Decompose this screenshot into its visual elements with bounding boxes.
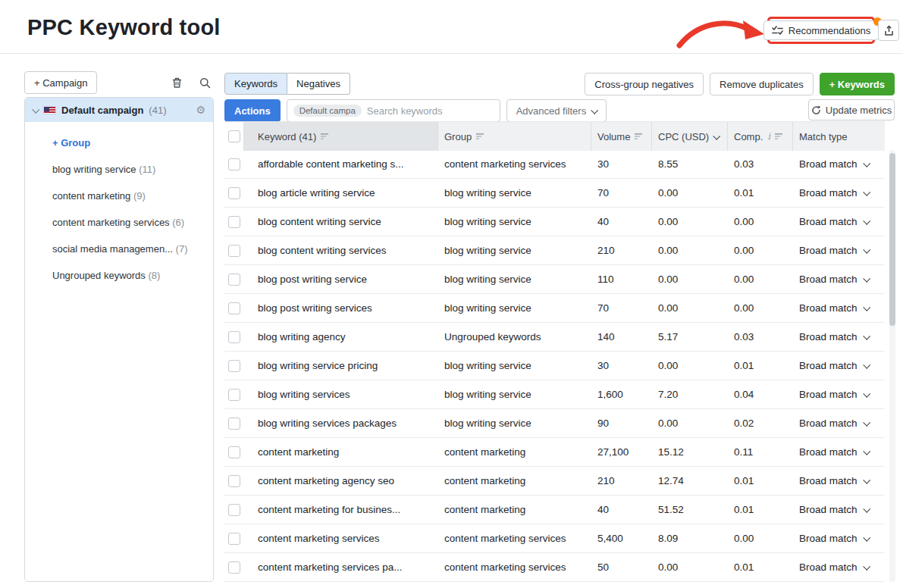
export-button[interactable] [878,20,899,41]
group-link[interactable]: blog writing service [444,302,531,314]
group-link[interactable]: content marketing services [444,561,566,573]
match-type-dropdown[interactable]: Broad match [793,561,885,573]
group-link[interactable]: blog writing service [444,389,531,400]
match-type-dropdown[interactable]: Broad match [793,216,885,227]
selected-campaign-row[interactable]: Default campaign (41) ⚙ [25,98,213,122]
cross-group-negatives-button[interactable]: Cross-group negatives [585,73,704,95]
keyword-cell: blog writing services [244,389,438,400]
recommendations-button[interactable]: Recommendations [763,20,879,40]
add-campaign-button[interactable]: + Campaign [24,71,97,94]
remove-duplicates-button[interactable]: Remove duplicates [710,73,814,95]
tab-keywords[interactable]: Keywords [224,73,287,95]
table-row: blog writing service pricing blog writin… [224,352,885,380]
group-cell: blog writing service [438,216,591,227]
chevron-down-icon [863,419,870,427]
sidebar-group-item[interactable]: social media managemen... (7) [52,242,205,256]
comp-cell: 0.03 [728,331,793,342]
sidebar-group-item[interactable]: Ungrouped keywords (8) [52,268,205,283]
match-type-dropdown[interactable]: Broad match [793,360,885,371]
search-input[interactable] [367,105,494,117]
group-cell: blog writing service [438,418,591,429]
delete-campaign-button[interactable] [171,77,183,89]
match-type-dropdown[interactable]: Broad match [793,302,885,314]
table-row: blog writing agency Ungrouped keywords 1… [224,323,885,352]
chevron-down-icon [863,275,870,283]
group-link[interactable]: blog writing service [444,187,531,199]
volume-cell: 27,100 [591,446,652,458]
match-type-dropdown[interactable]: Broad match [793,158,885,170]
match-type-dropdown[interactable]: Broad match [793,389,885,400]
recommendations-label: Recommendations [789,25,870,36]
advanced-filters-button[interactable]: Advanced filters [506,99,607,122]
group-list: + Group blog writing service (11) conten… [25,122,213,283]
add-group-button[interactable]: + Group [52,137,205,149]
row-checkbox[interactable] [228,389,240,401]
table-scrollbar-thumb[interactable] [889,153,895,326]
update-metrics-button[interactable]: Update metrics [808,99,895,120]
match-type-dropdown[interactable]: Broad match [793,446,885,458]
column-header-comp[interactable]: Comp. i [728,122,793,151]
table-row: content marketing for busines... content… [224,496,885,524]
row-checkbox[interactable] [228,360,240,372]
group-link[interactable]: content marketing [444,504,525,515]
campaign-name: Default campaign [61,105,143,116]
group-link[interactable]: blog writing service [444,216,531,227]
add-keywords-button[interactable]: + Keywords [820,73,895,95]
group-cell: blog writing service [438,187,591,199]
actions-button[interactable]: Actions [224,99,281,122]
sidebar-group-item[interactable]: blog writing service (11) [52,162,205,177]
comp-cell: 0.00 [728,245,793,256]
match-type-dropdown[interactable]: Broad match [793,418,885,429]
row-checkbox[interactable] [228,446,240,458]
column-header-group[interactable]: Group [438,122,591,151]
group-link[interactable]: blog writing service [444,360,531,371]
match-type-dropdown[interactable]: Broad match [793,331,885,342]
keyword-search-box[interactable]: Default campa [287,99,500,122]
match-type-dropdown[interactable]: Broad match [793,187,885,199]
keyword-cell: blog article writing service [244,187,438,199]
volume-cell: 210 [591,475,652,486]
row-checkbox[interactable] [228,561,240,574]
sidebar-group-item[interactable]: content marketing (9) [52,189,205,203]
row-checkbox[interactable] [228,158,240,170]
match-type-dropdown[interactable]: Broad match [793,245,885,256]
row-checkbox[interactable] [228,533,240,545]
row-checkbox[interactable] [228,187,240,199]
row-checkbox[interactable] [228,302,240,314]
tab-negatives[interactable]: Negatives [287,73,350,95]
chevron-down-icon [863,563,870,571]
group-link[interactable]: blog writing service [444,245,531,256]
cpc-cell: 0.00 [652,216,728,227]
group-link[interactable]: blog writing service [444,274,531,285]
row-checkbox[interactable] [228,331,240,343]
refresh-icon [811,105,821,115]
row-checkbox[interactable] [228,216,240,228]
group-link[interactable]: content marketing [444,475,525,486]
match-type-dropdown[interactable]: Broad match [793,504,885,515]
match-type-dropdown[interactable]: Broad match [793,274,885,285]
select-all-checkbox[interactable] [228,130,240,142]
column-header-keyword[interactable]: Keyword (41) [244,122,438,151]
group-link[interactable]: content marketing services [444,533,566,544]
table-actions-right: Cross-group negatives Remove duplicates … [634,73,895,95]
search-campaign-button[interactable] [199,77,211,89]
row-checkbox[interactable] [228,274,240,286]
comp-cell: 0.11 [728,446,793,458]
group-link[interactable]: Ungrouped keywords [444,331,541,342]
group-link[interactable]: content marketing services [444,158,566,170]
match-type-dropdown[interactable]: Broad match [793,475,885,486]
row-checkbox[interactable] [228,245,240,257]
gear-icon[interactable]: ⚙ [196,105,205,115]
group-link[interactable]: blog writing service [444,418,531,429]
group-link[interactable]: content marketing [444,446,525,458]
row-checkbox[interactable] [228,418,240,430]
sidebar-group-item[interactable]: content marketing services (6) [52,215,205,230]
group-cell: content marketing [438,504,591,515]
match-type-dropdown[interactable]: Broad match [793,533,885,544]
sort-icon [321,133,329,140]
row-checkbox[interactable] [228,504,240,516]
campaign-filter-chip[interactable]: Default campa [293,105,362,117]
row-checkbox[interactable] [228,475,240,487]
column-header-volume[interactable]: Volume [591,122,652,151]
column-header-cpc[interactable]: CPC (USD) [652,122,728,151]
